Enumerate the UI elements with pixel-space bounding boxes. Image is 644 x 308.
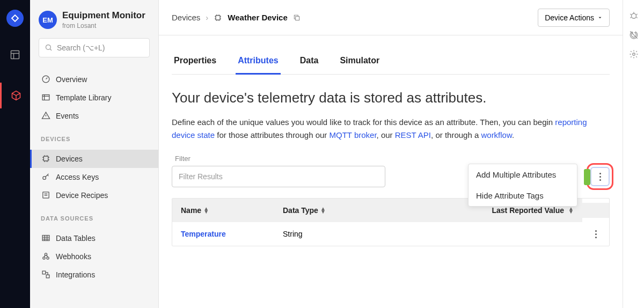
link-workflow[interactable]: workflow	[481, 130, 512, 140]
row-actions-button[interactable]	[591, 230, 601, 238]
app-header: EM Equipment Monitor from Losant	[30, 0, 158, 38]
rail-devices-icon[interactable]	[0, 83, 30, 108]
sidebar-item-overview[interactable]: Overview	[30, 70, 158, 89]
rail-dashboard-icon[interactable]	[0, 42, 30, 68]
tab-properties[interactable]: Properties	[172, 50, 218, 74]
gauge-icon	[41, 75, 50, 84]
sidebar-item-label: Device Recipes	[56, 191, 108, 200]
svg-point-5	[42, 177, 46, 180]
brand-logo[interactable]	[6, 10, 24, 27]
sort-icon: ▲▼	[568, 207, 574, 214]
app-badge: EM	[39, 11, 57, 29]
right-rail	[623, 0, 644, 308]
search-icon	[45, 43, 53, 52]
tab-data[interactable]: Data	[298, 50, 321, 74]
column-header-data-type[interactable]: Data Type ▲▼	[274, 199, 376, 222]
sidebar-item-data-tables[interactable]: Data Tables	[30, 229, 158, 247]
svg-rect-12	[46, 275, 49, 278]
sidebar-item-template-library[interactable]: Template Library	[30, 89, 158, 107]
webhook-icon	[41, 252, 50, 261]
svg-rect-0	[11, 51, 19, 59]
menu-add-multiple-attributes[interactable]: Add Multiple Attributes	[469, 164, 577, 185]
more-actions-menu: Add Multiple Attributes Hide Attribute T…	[468, 164, 577, 207]
topbar: Devices › Weather Device Device Actions	[159, 0, 623, 35]
bug-icon[interactable]	[629, 11, 639, 20]
tabs: Properties Attributes Data Simulator	[172, 50, 610, 75]
key-icon	[41, 172, 50, 182]
sidebar-item-integrations[interactable]: Integrations	[30, 266, 158, 284]
device-actions-button[interactable]: Device Actions	[538, 9, 610, 27]
sidebar-item-label: Devices	[56, 155, 83, 163]
table-row: Temperature String	[172, 222, 609, 246]
link-rest-api[interactable]: REST API	[395, 130, 431, 140]
app-title: Equipment Monitor	[62, 11, 145, 21]
breadcrumb: Devices › Weather Device	[172, 13, 301, 22]
svg-rect-7	[42, 236, 49, 241]
sidebar-item-label: Template Library	[56, 93, 112, 102]
sidebar-item-label: Events	[56, 112, 79, 120]
sidebar-item-webhooks[interactable]: Webhooks	[30, 247, 158, 266]
sidebar-item-label: Overview	[56, 75, 87, 84]
tab-attributes[interactable]: Attributes	[236, 50, 281, 75]
link-mqtt-broker[interactable]: MQTT broker	[330, 130, 377, 140]
tab-simulator[interactable]: Simulator	[338, 50, 382, 74]
sidebar-item-label: Integrations	[56, 270, 95, 279]
svg-rect-11	[42, 271, 46, 274]
sidebar: EM Equipment Monitor from Losant Search …	[30, 0, 159, 308]
attribute-name-link[interactable]: Temperature	[181, 230, 226, 238]
chevron-down-icon	[597, 15, 603, 20]
add-attribute-button[interactable]	[584, 169, 590, 185]
filter-label: Filter	[175, 155, 610, 163]
sidebar-item-events[interactable]: Events	[30, 107, 158, 125]
attribute-last-value	[376, 226, 582, 241]
sidebar-item-device-recipes[interactable]: Device Recipes	[30, 186, 158, 204]
svg-point-16	[632, 53, 635, 56]
app-subtitle: from Losant	[62, 22, 145, 30]
column-header-name[interactable]: Name ▲▼	[172, 199, 274, 222]
breadcrumb-current: Weather Device	[228, 13, 287, 22]
sidebar-item-label: Data Tables	[56, 234, 96, 243]
integration-icon	[41, 270, 50, 280]
more-actions-button[interactable]	[590, 167, 610, 186]
chip-icon	[214, 13, 222, 22]
svg-point-15	[631, 13, 636, 18]
column-header-actions	[582, 203, 609, 218]
menu-hide-attribute-tags[interactable]: Hide Attribute Tags	[469, 185, 577, 206]
filter-input[interactable]	[172, 166, 385, 187]
sidebar-heading-data-sources: DATA SOURCES	[30, 209, 158, 225]
breadcrumb-root[interactable]: Devices	[172, 13, 200, 22]
alert-icon	[41, 111, 50, 121]
svg-rect-13	[216, 16, 220, 20]
gear-icon[interactable]	[629, 49, 639, 59]
library-icon	[41, 93, 50, 102]
svg-rect-4	[43, 156, 48, 161]
kebab-icon	[599, 173, 601, 181]
chip-icon	[41, 154, 50, 164]
copy-icon[interactable]	[293, 14, 301, 21]
svg-rect-3	[42, 95, 49, 100]
search-placeholder: Search (⌥+L)	[57, 43, 105, 52]
filter-row: Add Multiple Attributes Hide Attribute T…	[172, 166, 610, 187]
sidebar-item-label: Access Keys	[56, 173, 99, 181]
content: Properties Attributes Data Simulator You…	[159, 35, 623, 246]
table-icon	[41, 233, 50, 243]
recipe-icon	[41, 190, 50, 200]
sort-icon: ▲▼	[203, 207, 209, 214]
sidebar-item-label: Webhooks	[56, 252, 91, 261]
device-actions-label: Device Actions	[545, 13, 594, 22]
breadcrumb-sep: ›	[206, 13, 208, 22]
page-heading: Your device's telemetry data is stored a…	[172, 90, 610, 106]
main: Devices › Weather Device Device Actions …	[159, 0, 623, 308]
icon-rail	[0, 0, 30, 308]
sort-icon: ▲▼	[320, 207, 326, 214]
svg-rect-14	[295, 16, 299, 20]
svg-rect-6	[42, 192, 48, 198]
page-description: Define each of the unique values you wou…	[172, 116, 610, 142]
attribute-data-type: String	[274, 222, 376, 246]
power-off-icon[interactable]	[629, 30, 639, 40]
search-input[interactable]: Search (⌥+L)	[39, 38, 150, 57]
sidebar-item-devices[interactable]: Devices	[30, 150, 158, 168]
svg-point-1	[46, 45, 51, 50]
sidebar-heading-devices: DEVICES	[30, 129, 158, 145]
sidebar-item-access-keys[interactable]: Access Keys	[30, 168, 158, 186]
